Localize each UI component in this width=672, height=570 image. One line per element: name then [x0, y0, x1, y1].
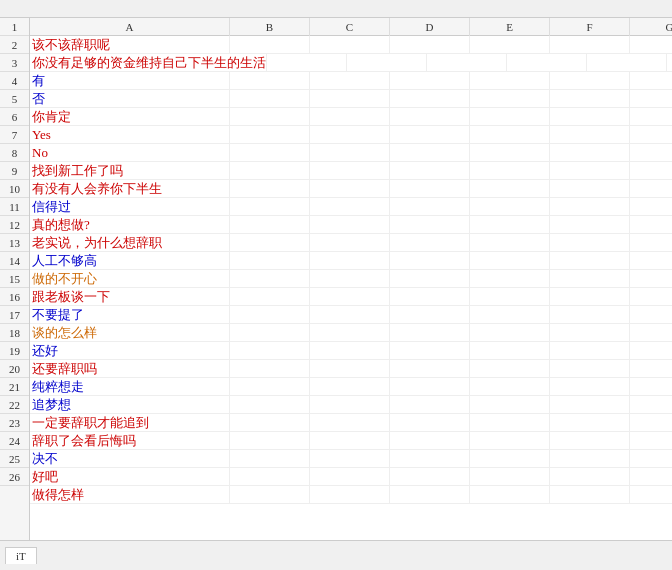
row-header: 13: [0, 234, 29, 252]
table-cell: [550, 144, 630, 162]
table-cell: [390, 144, 470, 162]
table-cell: [470, 360, 550, 378]
table-cell: [550, 414, 630, 432]
table-cell: [230, 414, 310, 432]
table-cell: 老实说，为什么想辞职: [30, 234, 230, 252]
table-cell: [550, 108, 630, 126]
table-row: 信得过: [30, 198, 672, 216]
table-cell: [550, 342, 630, 360]
table-row: 否: [30, 90, 672, 108]
table-cell: [507, 54, 587, 72]
main-grid: ABCDEFGH 该不该辞职呢你没有足够的资金维持自己下半生的生活有否你肯定Ye…: [30, 18, 672, 570]
col-header-d: D: [390, 18, 470, 36]
table-cell: [230, 198, 310, 216]
table-cell: [630, 198, 672, 216]
table-cell: [310, 252, 390, 270]
table-row: No: [30, 144, 672, 162]
table-cell: [470, 342, 550, 360]
table-cell: [470, 396, 550, 414]
table-cell: [310, 108, 390, 126]
table-cell: [470, 108, 550, 126]
table-cell: [310, 216, 390, 234]
table-cell: [470, 126, 550, 144]
table-row: 追梦想: [30, 396, 672, 414]
table-row: 跟老板谈一下: [30, 288, 672, 306]
table-cell: [390, 378, 470, 396]
table-cell: [630, 234, 672, 252]
table-row: 有: [30, 72, 672, 90]
table-cell: [667, 54, 672, 72]
table-cell: 跟老板谈一下: [30, 288, 230, 306]
table-cell: [470, 90, 550, 108]
table-cell: [550, 126, 630, 144]
table-cell: [390, 486, 470, 504]
table-cell: 决不: [30, 450, 230, 468]
table-cell: [310, 162, 390, 180]
table-cell: 谈的怎么样: [30, 324, 230, 342]
table-cell: [470, 306, 550, 324]
sheet-tab[interactable]: iT: [5, 547, 37, 564]
table-cell: [230, 468, 310, 486]
table-cell: [230, 324, 310, 342]
table-cell: [310, 324, 390, 342]
table-cell: [630, 396, 672, 414]
row-header: 26: [0, 468, 29, 486]
row-header: 12: [0, 216, 29, 234]
row-header: 24: [0, 432, 29, 450]
table-row: 老实说，为什么想辞职: [30, 234, 672, 252]
table-cell: No: [30, 144, 230, 162]
col-header-c: C: [310, 18, 390, 36]
table-cell: [470, 234, 550, 252]
table-cell: [630, 90, 672, 108]
row-header: 10: [0, 180, 29, 198]
row-header: 5: [0, 90, 29, 108]
row-header: 1: [0, 18, 29, 36]
table-cell: [310, 144, 390, 162]
content-area: 1234567891011121314151617181920212223242…: [0, 18, 672, 570]
table-cell: [470, 180, 550, 198]
table-cell: [630, 108, 672, 126]
table-cell: [310, 270, 390, 288]
table-cell: [630, 216, 672, 234]
table-cell: [390, 342, 470, 360]
table-cell: [630, 306, 672, 324]
table-cell: [310, 414, 390, 432]
table-cell: [630, 324, 672, 342]
row-header: 11: [0, 198, 29, 216]
table-cell: 辞职了会看后悔吗: [30, 432, 230, 450]
table-cell: [550, 432, 630, 450]
bottom-bar: iT: [0, 540, 672, 570]
table-cell: [230, 378, 310, 396]
table-cell: [390, 432, 470, 450]
table-cell: 人工不够高: [30, 252, 230, 270]
table-cell: [310, 396, 390, 414]
table-cell: [310, 36, 390, 54]
table-cell: [550, 486, 630, 504]
table-cell: Yes: [30, 126, 230, 144]
table-cell: [230, 486, 310, 504]
table-cell: [230, 72, 310, 90]
table-cell: [390, 414, 470, 432]
table-cell: [470, 288, 550, 306]
table-cell: [390, 216, 470, 234]
table-cell: [390, 108, 470, 126]
table-cell: [470, 270, 550, 288]
row-header: 9: [0, 162, 29, 180]
table-cell: [630, 288, 672, 306]
table-cell: [550, 252, 630, 270]
table-row: 该不该辞职呢: [30, 36, 672, 54]
table-cell: [470, 216, 550, 234]
table-row: 做的不开心: [30, 270, 672, 288]
table-cell: [550, 396, 630, 414]
row-header: 7: [0, 126, 29, 144]
table-cell: [310, 72, 390, 90]
table-cell: [630, 450, 672, 468]
row-header: 17: [0, 306, 29, 324]
table-cell: 你没有足够的资金维持自己下半生的生活: [30, 54, 267, 72]
table-cell: [310, 234, 390, 252]
col-header-b: B: [230, 18, 310, 36]
table-cell: 不要提了: [30, 306, 230, 324]
table-cell: [230, 270, 310, 288]
row-header: 25: [0, 450, 29, 468]
table-cell: [630, 36, 672, 54]
